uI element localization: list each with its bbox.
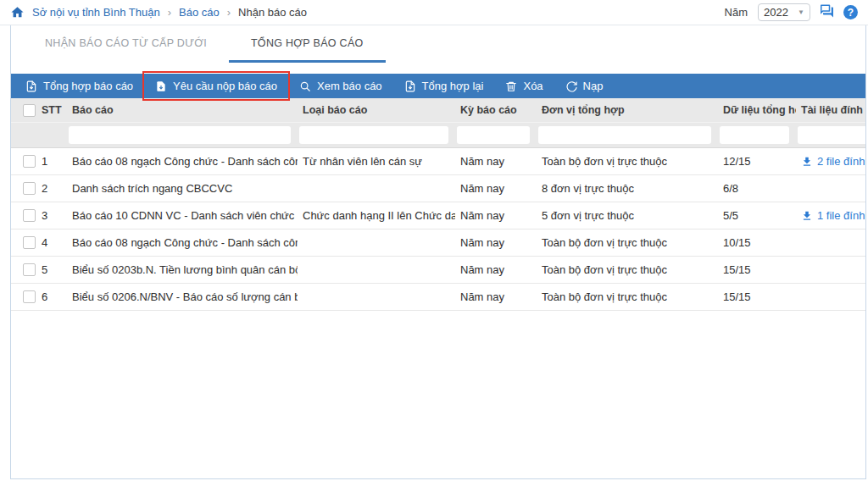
- cell-stt: 2: [36, 182, 67, 195]
- cell-period: Năm nay: [455, 290, 537, 303]
- report-table: STT Báo cáo Loại báo cáo Kỳ báo cáo Đơn …: [11, 98, 866, 311]
- cell-unit: 5 đơn vị trực thuộc: [537, 209, 718, 222]
- cell-progress: 12/15: [718, 155, 796, 168]
- chevron-down-icon: ▼: [798, 8, 804, 16]
- download-icon: [801, 210, 813, 222]
- year-dropdown[interactable]: 2022 ▼: [758, 3, 810, 21]
- cell-unit: Toàn bộ đơn vị trực thuộc: [537, 290, 718, 303]
- cell-unit: Toàn bộ đơn vị trực thuộc: [537, 155, 718, 168]
- cell-report: Biểu số 0206.N/BNV - Báo cáo số lượng cá…: [67, 290, 298, 303]
- breadcrumb-reports-link[interactable]: Báo cáo: [179, 6, 220, 19]
- filter-input-don-vi-tong-hop[interactable]: [538, 126, 711, 144]
- toolbar: Tổng hợp báo cáo Yêu cầu nộp báo cáo Xem…: [11, 74, 865, 98]
- cell-report: Biểu số 0203b.N. Tiền lương bình quân cá…: [67, 263, 298, 276]
- table-filter-row: [11, 123, 866, 148]
- reload-button[interactable]: Nạp: [554, 74, 615, 98]
- year-dropdown-value: 2022: [764, 6, 788, 19]
- table-row[interactable]: 5 Biểu số 0203b.N. Tiền lương bình quân …: [11, 257, 866, 284]
- column-header-don-vi-tong-hop: Đơn vị tổng hợp: [537, 104, 718, 116]
- year-label: Năm: [725, 6, 748, 19]
- cell-unit: 8 đơn vị trực thuộc: [537, 182, 718, 195]
- row-checkbox[interactable]: [23, 236, 36, 249]
- table-row[interactable]: 3 Báo cáo 10 CDNN VC - Danh sách viên ch…: [11, 202, 866, 229]
- cell-stt: 6: [36, 290, 67, 303]
- cell-period: Năm nay: [455, 236, 537, 249]
- breadcrumb-separator-icon: ›: [168, 6, 171, 19]
- cell-period: Năm nay: [455, 182, 537, 195]
- column-header-du-lieu-tong-hop: Dữ liệu tổng hợp: [718, 104, 796, 116]
- cell-progress: 15/15: [718, 263, 796, 276]
- table-row[interactable]: 4 Báo cáo 08 ngạch Công chức - Danh sách…: [11, 229, 866, 257]
- cell-progress: 6/8: [718, 182, 796, 195]
- cell-report: Báo cáo 08 ngạch Công chức - Danh sách c…: [67, 155, 298, 168]
- home-icon[interactable]: [10, 5, 25, 19]
- cell-stt: 3: [36, 209, 67, 222]
- row-checkbox[interactable]: [23, 290, 36, 303]
- row-checkbox[interactable]: [23, 155, 36, 168]
- breadcrumb-separator-icon: ›: [227, 6, 231, 19]
- tab-bar: NHẬN BÁO CÁO TỪ CẤP DƯỚI TỔNG HỢP BÁO CÁ…: [11, 25, 865, 63]
- cell-unit: Toàn bộ đơn vị trực thuộc: [537, 263, 718, 276]
- column-header-ky-bao-cao: Kỳ báo cáo: [455, 104, 537, 116]
- re-summarize-button[interactable]: Tổng hợp lại: [393, 74, 495, 98]
- cell-progress: 10/15: [718, 236, 796, 249]
- column-header-loai-bao-cao: Loại báo cáo: [298, 104, 455, 116]
- column-header-tai-lieu-dinh-kem: Tài liệu đính kèm: [796, 104, 866, 116]
- download-icon: [801, 156, 813, 168]
- file-filled-icon: [155, 80, 167, 92]
- table-row[interactable]: 6 Biểu số 0206.N/BNV - Báo cáo số lượng …: [11, 284, 866, 311]
- chat-icon[interactable]: [819, 3, 835, 22]
- row-checkbox[interactable]: [23, 182, 36, 195]
- filter-input-ky-bao-cao[interactable]: [457, 126, 530, 144]
- cell-period: Năm nay: [455, 263, 537, 276]
- help-icon[interactable]: ?: [843, 5, 858, 19]
- column-header-bao-cao: Báo cáo: [67, 104, 298, 116]
- search-icon: [299, 80, 311, 92]
- request-submit-report-button[interactable]: Yêu cầu nộp báo cáo: [144, 74, 288, 98]
- table-header-row: STT Báo cáo Loại báo cáo Kỳ báo cáo Đơn …: [11, 98, 866, 123]
- row-checkbox[interactable]: [23, 263, 36, 276]
- cell-unit: Toàn bộ đơn vị trực thuộc: [537, 236, 718, 249]
- attachment-link[interactable]: 2 file đính kèm: [801, 155, 866, 168]
- content-panel: NHẬN BÁO CÁO TỪ CẤP DƯỚI TỔNG HỢP BÁO CÁ…: [10, 25, 866, 479]
- refresh-icon: [565, 80, 577, 92]
- cell-report: Báo cáo 10 CDNN VC - Danh sách viên chức…: [67, 209, 298, 222]
- delete-button[interactable]: Xóa: [494, 74, 554, 98]
- filter-input-du-lieu-tong-hop[interactable]: [720, 126, 789, 144]
- summarize-report-button[interactable]: Tổng hợp báo cáo: [14, 74, 144, 98]
- cell-stt: 4: [36, 236, 67, 249]
- column-header-stt: STT: [36, 104, 67, 116]
- cell-type: Từ nhân viên lên cán sự: [298, 155, 455, 168]
- file-download-icon: [25, 80, 37, 92]
- filter-input-bao-cao[interactable]: [69, 126, 291, 144]
- attachment-link[interactable]: 1 file đính kèm: [801, 209, 866, 222]
- filter-input-tai-lieu-dinh-kem[interactable]: [798, 126, 866, 144]
- cell-progress: 5/5: [718, 209, 796, 222]
- file-download-icon: [404, 80, 416, 92]
- trash-icon: [505, 80, 517, 92]
- cell-type: Chức danh hạng II lên Chức danh...: [298, 209, 455, 222]
- table-row[interactable]: 1 Báo cáo 08 ngạch Công chức - Danh sách…: [11, 148, 866, 175]
- cell-report: Danh sách trích ngang CBCCVC: [67, 182, 298, 195]
- top-bar: Sở nội vụ tỉnh Bình Thuận › Báo cáo › Nh…: [0, 0, 868, 25]
- cell-progress: 15/15: [718, 290, 796, 303]
- table-row[interactable]: 2 Danh sách trích ngang CBCCVC Năm nay 8…: [11, 175, 866, 202]
- cell-stt: 1: [36, 155, 67, 168]
- row-checkbox[interactable]: [23, 209, 36, 222]
- breadcrumb-org-link[interactable]: Sở nội vụ tỉnh Bình Thuận: [32, 6, 160, 19]
- breadcrumb-current: Nhận báo cáo: [238, 6, 307, 19]
- cell-period: Năm nay: [455, 209, 537, 222]
- select-all-checkbox[interactable]: [23, 104, 36, 117]
- cell-stt: 5: [36, 263, 67, 276]
- view-report-button[interactable]: Xem báo cáo: [288, 74, 393, 98]
- filter-input-loai-bao-cao[interactable]: [299, 126, 448, 144]
- tab-tong-hop-bao-cao[interactable]: TỔNG HỢP BÁO CÁO: [229, 25, 386, 63]
- cell-period: Năm nay: [455, 155, 537, 168]
- cell-report: Báo cáo 08 ngạch Công chức - Danh sách c…: [67, 236, 298, 249]
- tab-nhan-bao-cao-tu-cap-duoi[interactable]: NHẬN BÁO CÁO TỪ CẤP DƯỚI: [23, 25, 229, 63]
